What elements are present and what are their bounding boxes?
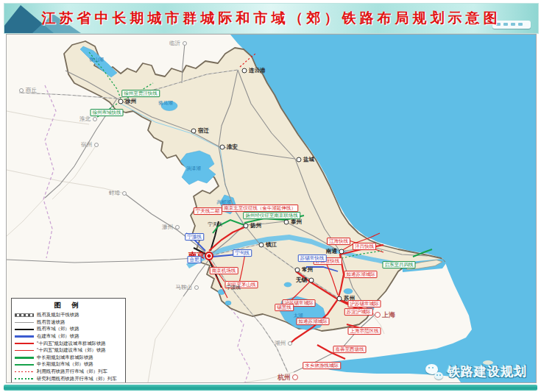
city-label: 无锡 bbox=[296, 277, 307, 284]
legend-item-label: 既有普速铁路 bbox=[37, 319, 65, 326]
railway-planning-map: 南京徐州连云港宿迁淮安盐城扬州泰州镇江常州无锡苏州南通上海杭州马鞍山滁州蚌埠宿州… bbox=[6, 34, 537, 383]
city-label: 马鞍山 bbox=[176, 284, 193, 291]
legend-swatch-trunk bbox=[15, 313, 34, 317]
city-marker bbox=[119, 99, 124, 104]
legend-item: “十四五”规划建设城市群城际铁路 bbox=[15, 340, 122, 347]
railway-line-label: 宁句线 bbox=[233, 249, 252, 257]
legend-item: “十四五”规划建设市域（郊）铁路 bbox=[15, 347, 122, 354]
city-label: 滁州 bbox=[162, 224, 173, 231]
legend-swatch-red-thin bbox=[15, 350, 34, 351]
legend-swatch-gray bbox=[15, 322, 34, 323]
railway-line-label: 水乡旅游线城际 bbox=[303, 362, 341, 369]
railway-line-label: 启东至吕四线 bbox=[383, 261, 416, 268]
city-label: 徐州 bbox=[125, 98, 136, 105]
railway-line-label: 江海快线 bbox=[327, 238, 350, 245]
city-label: 淮安 bbox=[227, 143, 238, 151]
page: { "title": "江苏省中长期城市群城际和市域（郊）铁路布局规划示意图",… bbox=[0, 0, 541, 392]
legend-item: 研究利用既有铁路开行市域（郊）列车 bbox=[15, 375, 122, 382]
city-label: 镇江 bbox=[266, 241, 277, 249]
city-marker bbox=[375, 312, 381, 318]
legend-item-label: “十四五”规划建设市域（郊）铁路 bbox=[37, 347, 106, 354]
city-marker bbox=[242, 68, 247, 74]
wechat-icon bbox=[425, 364, 443, 379]
legend-swatch-green-thick bbox=[15, 357, 34, 359]
city-marker bbox=[175, 225, 180, 229]
city-marker bbox=[191, 129, 197, 134]
city-marker bbox=[284, 220, 289, 225]
legend-item-label: 中长期规划市域（郊）铁路 bbox=[37, 361, 93, 368]
legend-item-label: 中长期规划城市群城际铁路 bbox=[37, 354, 93, 361]
railway-line-label: 上海示范区线 bbox=[348, 327, 381, 335]
legend-swatch-blue bbox=[15, 335, 34, 337]
city-label: 常州 bbox=[302, 266, 313, 274]
legend-swatch-black bbox=[15, 329, 34, 330]
city-label: 盐城 bbox=[303, 156, 314, 163]
city-marker bbox=[194, 285, 199, 290]
bottom-accent-bar bbox=[4, 385, 537, 391]
railway-line-label: 苏锡常快线 bbox=[298, 254, 327, 262]
city-marker bbox=[259, 243, 264, 248]
lake-label: 洪泽湖 bbox=[186, 165, 201, 172]
legend-item: 中长期规划市域（郊）铁路 bbox=[15, 361, 122, 368]
city-label: 杭州 bbox=[277, 373, 291, 382]
city-marker bbox=[220, 145, 225, 150]
railway-line-label: 如通苏湖城际 bbox=[297, 318, 330, 325]
city-label: 淮北 bbox=[79, 115, 91, 123]
watermark-text: 铁路建设规划 bbox=[448, 363, 527, 380]
city-label: 泰州 bbox=[291, 218, 302, 226]
watermark: 铁路建设规划 bbox=[425, 363, 527, 380]
legend-item: 既有市域（郊）铁路 bbox=[15, 326, 122, 333]
city-marker bbox=[309, 278, 314, 283]
city-label: 宿迁 bbox=[198, 127, 209, 135]
legend-box: 图 例 既有及规划干线铁路既有普速铁路既有市域（郊）铁路在建市域（郊）铁路“十四… bbox=[11, 298, 126, 383]
city-marker bbox=[19, 88, 24, 93]
railway-line-label: 锡宜线 bbox=[275, 304, 294, 311]
city-label: 蚌埠 bbox=[109, 190, 120, 197]
legend-item-label: 既有及规划干线铁路 bbox=[37, 312, 79, 318]
railway-line-label: 沪苏锡常城际 bbox=[348, 300, 381, 307]
railway-line-label: 合肥 bbox=[188, 256, 202, 263]
city-marker bbox=[337, 296, 342, 302]
railway-line-label: 南京机场线 bbox=[210, 267, 238, 274]
railway-line-label: 洋吕快线 bbox=[353, 243, 376, 250]
lake-label: 骆马湖 bbox=[158, 100, 173, 107]
legend-item: 既有普速铁路 bbox=[15, 319, 122, 327]
city-marker bbox=[122, 191, 127, 196]
legend-item-label: 既有市域（郊）铁路 bbox=[37, 326, 79, 332]
city-label: 临沂 bbox=[169, 40, 180, 47]
city-label: 上海 bbox=[382, 310, 395, 320]
city-marker bbox=[94, 143, 99, 147]
page-title: 江苏省中长期城市群城际和市域（郊）铁路布局规划示意图 bbox=[42, 9, 501, 28]
railway-line-label: 苏淀沪城际 bbox=[344, 308, 373, 316]
railway-line-label: 扬州经仪征至南京联络线 bbox=[243, 212, 300, 219]
legend-item-label: 研究利用既有铁路开行市域（郊）列车 bbox=[37, 376, 117, 382]
legend-swatch-green-dash bbox=[15, 378, 34, 379]
city-marker bbox=[292, 374, 298, 380]
city-marker bbox=[288, 341, 292, 346]
railway-line-label: 宁溧线 bbox=[224, 285, 242, 291]
legend-item: 利用既有铁路开行市域（郊）列车 bbox=[15, 368, 122, 376]
city-marker bbox=[183, 41, 187, 46]
legend-swatch-red-thick bbox=[15, 343, 34, 345]
legend-item: 中长期规划城市群城际铁路 bbox=[15, 354, 122, 362]
city-marker bbox=[244, 224, 249, 229]
city-label: 南通 bbox=[326, 248, 337, 255]
city-label: 商丘 bbox=[26, 87, 37, 94]
title-banner: 江苏省中长期城市群城际和市域（郊）铁路布局规划示意图 bbox=[4, 3, 539, 34]
railway-line-label: 嘉善至西塘线 bbox=[333, 346, 367, 353]
legend-swatch-green-thin bbox=[15, 364, 34, 365]
legend-item-label: 利用既有铁路开行市域（郊）列车 bbox=[37, 368, 107, 375]
railway-line-label: 徐州市域快线 bbox=[91, 109, 124, 116]
legend-item-label: 在建市域（郊）铁路 bbox=[37, 333, 79, 340]
legend-item: 在建市域（郊）铁路 bbox=[15, 333, 122, 341]
legend-title: 图 例 bbox=[15, 301, 122, 310]
legend-swatch-red-dash bbox=[15, 371, 34, 373]
city-label: 湖州 bbox=[275, 340, 286, 347]
city-marker bbox=[297, 157, 302, 163]
legend-rows: 既有及规划干线铁路既有普速铁路既有市域（郊）铁路在建市域（郊）铁路“十四五”规划… bbox=[15, 312, 122, 382]
railway-line-label: 南京北至仪征线（金牛湖延伸线） bbox=[222, 204, 298, 212]
railway-line-label: 宁滁线 bbox=[185, 233, 204, 240]
legend-item: 既有及规划干线铁路 bbox=[15, 312, 122, 319]
city-marker bbox=[93, 117, 97, 121]
city-label: 连云港 bbox=[249, 67, 266, 74]
